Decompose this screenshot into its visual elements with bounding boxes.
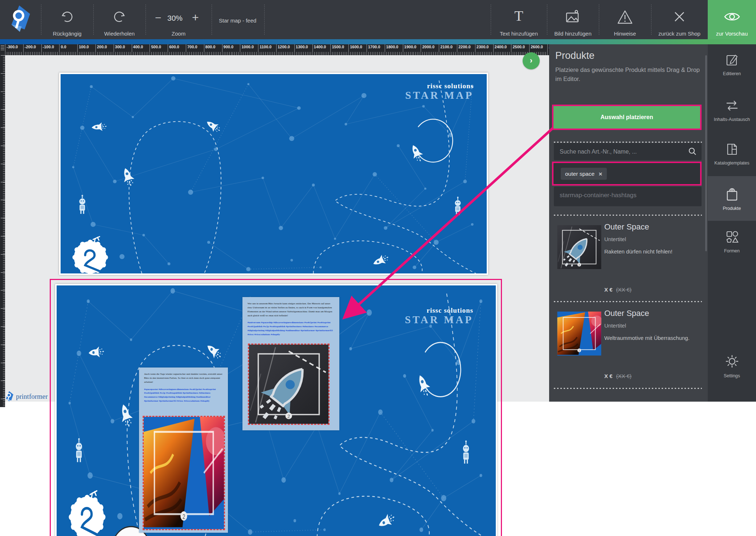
svg-text:2: 2: [579, 264, 580, 266]
catalog-template-icon: [724, 142, 740, 157]
shopping-bag-icon: [724, 186, 740, 202]
product-subtitle: Untertitel: [604, 236, 626, 242]
tag-box[interactable]: outer space✕: [553, 163, 700, 184]
ruler-menu-icon[interactable]: [0, 44, 5, 55]
rail-label: Produkte: [708, 206, 756, 211]
ruler-label: 2400.0: [493, 44, 507, 55]
product-thumbnail-rocket[interactable]: 2: [557, 225, 601, 269]
rail-item-settings[interactable]: Settings: [708, 353, 756, 389]
rail-item-produkte[interactable]: Produkte: [708, 176, 756, 221]
zoom-controls: − 30% + Zoom: [146, 0, 212, 39]
ruler-ticks: [1, 55, 5, 407]
brand-line2: STAR MAP: [405, 314, 473, 326]
zoom-out-button[interactable]: −: [155, 12, 162, 24]
close-icon: [671, 9, 687, 26]
redo-label: Wiederholen: [104, 31, 135, 37]
ruler-label: 1700.0: [367, 44, 380, 55]
tag-remove-icon[interactable]: ✕: [598, 171, 602, 177]
zoom-value: 30%: [167, 14, 183, 23]
undo-button[interactable]: Rückgängig: [41, 0, 93, 39]
product-thumbnail-lava[interactable]: 2: [557, 312, 601, 356]
starmap-brand: rissc solutions STAR MAP: [405, 306, 473, 326]
ruler-label: 1000.0: [240, 44, 254, 55]
panel-expand-button[interactable]: ›: [523, 52, 540, 69]
search-icon[interactable]: [688, 147, 697, 158]
ruler-label: -300.0: [5, 44, 18, 55]
placed-product-rocket[interactable]: Wer uns in unserem Büro besucht kann ein…: [242, 297, 339, 430]
hashtag-filter-label: starmap-container-hashtags: [560, 192, 637, 199]
brand-line1: rissc solutions: [405, 306, 473, 314]
starmap-scene: [61, 74, 487, 273]
product-description: Weltraummotive mit Überraschung.: [604, 335, 690, 341]
brand-line2: STAR MAP: [405, 89, 474, 101]
edit-icon: [724, 52, 740, 68]
redo-button[interactable]: Wiederholen: [93, 0, 146, 39]
ruler-label: 100.0: [77, 44, 89, 55]
exchange-arrows-icon: [724, 98, 740, 113]
search-box: [554, 143, 702, 160]
ruler-label: 2200.0: [457, 44, 471, 55]
ruler-label: 900.0: [222, 44, 234, 55]
ruler-label: 1800.0: [385, 44, 399, 55]
ruler-label: 1400.0: [312, 44, 326, 55]
rail-item-formen[interactable]: Formen: [708, 230, 756, 266]
back-to-shop-label: zurück zum Shop: [658, 31, 700, 37]
starmap-artwork: rissc solutions STAR MAP: [61, 74, 487, 273]
placed-image-lava[interactable]: 2: [143, 416, 225, 530]
rail-item-inhalts-austausch[interactable]: Inhalts-Austausch: [708, 98, 756, 134]
add-image-button[interactable]: Bild hinzufügen: [547, 0, 599, 39]
product-description: Raketen dürfen nicht fehlen!: [604, 248, 673, 255]
rail-item-editieren[interactable]: Editieren: [708, 52, 756, 89]
toolbar-separator: [264, 4, 265, 35]
ruler-label: 300.0: [114, 44, 125, 55]
ruler-label: 200.0: [95, 44, 107, 55]
document-page-1[interactable]: rissc solutions STAR MAP: [59, 73, 488, 275]
ruler-label: 800.0: [204, 44, 216, 55]
ruler-label: 600.0: [168, 44, 179, 55]
placed-paragraph: Auch wenn die Tage wieder regnerischer u…: [144, 372, 224, 384]
tag-chip[interactable]: outer space✕: [561, 168, 607, 180]
search-input[interactable]: [554, 143, 702, 160]
product-title: Outer Space: [604, 222, 649, 232]
placed-hashtags: #universum #spaceship #discoveringnewdim…: [248, 321, 335, 336]
eye-icon: [723, 9, 741, 26]
hints-label: Hinweise: [614, 31, 636, 37]
document-title: Star map - feed: [219, 17, 256, 24]
preview-button[interactable]: zur Vorschau: [708, 0, 756, 39]
products-panel: Produkte Platziere das gewünschte Produk…: [549, 44, 708, 402]
product-price: X €(XX €): [604, 287, 632, 293]
preview-label: zur Vorschau: [716, 31, 748, 37]
svg-text:2: 2: [287, 414, 290, 419]
place-selection-button[interactable]: Auswahl platzieren: [553, 106, 700, 129]
price-old: (XX €): [616, 287, 632, 293]
dashed-separator: [554, 142, 702, 143]
vertical-ruler[interactable]: [0, 55, 5, 407]
add-text-button[interactable]: T Text hinzufügen: [491, 0, 547, 39]
placed-hashtags: #spaceposter #discoveringnewdimensions #…: [144, 387, 224, 403]
hashtag-filter-box[interactable]: starmap-container-hashtags: [554, 187, 702, 206]
redo-icon: [111, 9, 128, 27]
rail-label: Editieren: [708, 71, 756, 76]
product-price: X €(XX €): [604, 373, 632, 379]
ruler-label: 1100.0: [258, 44, 271, 55]
back-to-shop-button[interactable]: zurück zum Shop: [651, 0, 708, 39]
rail-item-katalogtemplates[interactable]: Katalogtemplates: [708, 142, 756, 178]
panel-scrollbar[interactable]: [705, 55, 707, 251]
hints-button[interactable]: Hinweise: [599, 0, 651, 39]
svg-text:2: 2: [183, 513, 185, 520]
printformer-logo-icon[interactable]: [7, 4, 31, 36]
brand-line1: rissc solutions: [405, 82, 474, 90]
ruler-label: 2100.0: [439, 44, 453, 55]
zoom-in-button[interactable]: +: [192, 11, 199, 24]
ruler-label: 2500.0: [511, 44, 525, 55]
printformer-watermark: printformer: [4, 391, 48, 402]
horizontal-ruler[interactable]: -300.0-200.0-100.00.0100.0200.0300.0400.…: [5, 44, 549, 55]
rail-label: Settings: [708, 373, 756, 378]
ruler-label: 1200.0: [276, 44, 290, 55]
placed-product-lava[interactable]: Auch wenn die Tage wieder regnerischer u…: [139, 368, 228, 533]
placed-image-rocket[interactable]: 2: [248, 344, 330, 425]
price-current: X €: [604, 287, 613, 293]
panel-title: Produkte: [555, 50, 594, 61]
image-icon: [564, 9, 582, 27]
ruler-label: 500.0: [150, 44, 161, 55]
